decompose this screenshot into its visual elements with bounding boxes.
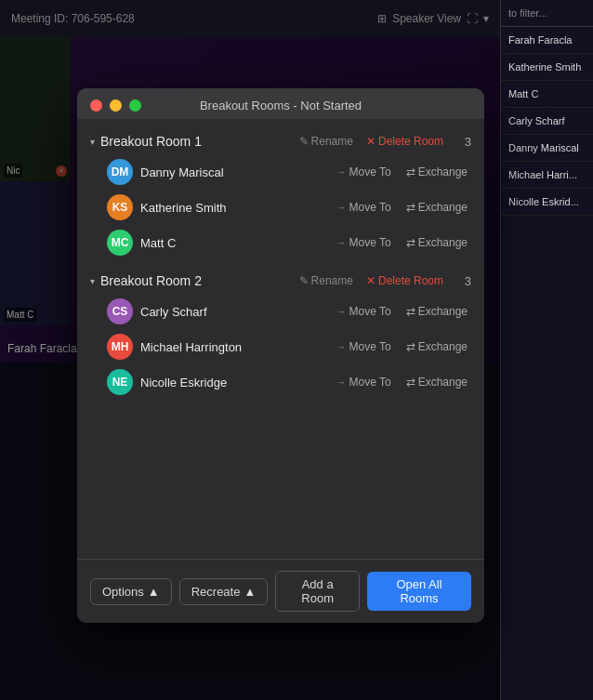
katherine-name: Katherine Smith	[140, 201, 324, 215]
options-btn[interactable]: Options ▲	[90, 578, 172, 605]
exchange-icon: ⇄	[406, 165, 415, 178]
participants-sidebar: to filter... Farah Faracla Katherine Smi…	[500, 0, 593, 700]
danny-exchange-btn[interactable]: ⇄ Exchange	[402, 164, 471, 180]
options-label: Options	[102, 585, 144, 599]
carly-move-label: Move To	[349, 305, 390, 318]
add-room-btn[interactable]: Add a Room	[275, 571, 360, 612]
modal-footer: Options ▲ Recreate ▲ Add a Room Open All…	[77, 559, 484, 623]
michael-move-label: Move To	[349, 340, 390, 353]
room2-name: Breakout Room 2	[100, 273, 294, 288]
room1-name: Breakout Room 1	[100, 134, 294, 149]
sidebar-participant-mattc: Matt C	[501, 81, 593, 108]
filter-placeholder: to filter...	[508, 7, 547, 19]
mattc-move-label: Move To	[349, 236, 390, 249]
nicolle-avatar: NE	[107, 369, 133, 395]
mattc-exchange-btn[interactable]: ⇄ Exchange	[402, 234, 471, 251]
carly-move-to-btn[interactable]: → Move To	[332, 303, 394, 320]
room1-delete-label: Delete Room	[378, 135, 443, 148]
recreate-btn[interactable]: Recreate ▲	[179, 578, 269, 605]
pencil-icon: ✎	[299, 274, 309, 287]
room2-rename-label: Rename	[311, 274, 353, 287]
exchange-icon: ⇄	[406, 305, 415, 318]
open-all-rooms-btn[interactable]: Open All Rooms	[367, 572, 471, 611]
danny-move-label: Move To	[349, 165, 390, 178]
danny-exchange-label: Exchange	[418, 165, 468, 178]
katherine-exchange-btn[interactable]: ⇄ Exchange	[402, 199, 471, 216]
room2-header: ▾ Breakout Room 2 ✎ Rename ✕ Delete Room…	[77, 266, 484, 294]
x-icon: ✕	[366, 274, 376, 287]
exchange-icon: ⇄	[406, 236, 415, 249]
carly-name: Carly Scharf	[140, 305, 324, 319]
recreate-label: Recreate	[191, 585, 241, 599]
sidebar-filter: to filter...	[501, 0, 593, 27]
mattc-avatar: MC	[107, 230, 133, 256]
x-icon: ✕	[366, 135, 376, 148]
move-to-icon: →	[336, 166, 346, 178]
move-to-icon: →	[336, 237, 346, 248]
pencil-icon: ✎	[299, 135, 309, 148]
nicolle-name: Nicolle Eskridge	[140, 376, 324, 390]
modal-body: ▾ Breakout Room 1 ✎ Rename ✕ Delete Room…	[77, 119, 484, 559]
add-room-label: Add a Room	[287, 577, 348, 605]
danny-avatar: DM	[107, 159, 133, 185]
katherine-move-to-btn[interactable]: → Move To	[332, 199, 394, 216]
move-to-icon: →	[336, 306, 346, 317]
mattc-move-to-btn[interactable]: → Move To	[332, 234, 394, 251]
room1-rename-label: Rename	[311, 135, 353, 148]
carly-exchange-btn[interactable]: ⇄ Exchange	[402, 303, 471, 320]
michael-move-to-btn[interactable]: → Move To	[332, 338, 394, 355]
breakout-rooms-modal: Breakout Rooms - Not Started ▾ Breakout …	[77, 88, 484, 623]
sidebar-participant-farah: Farah Faracla	[501, 27, 593, 54]
room2-count: 3	[456, 274, 471, 288]
danny-name: Danny Mariscal	[140, 165, 324, 179]
move-to-icon: →	[336, 202, 346, 213]
room1-count: 3	[456, 135, 471, 149]
chevron-up-icon2: ▲	[244, 585, 256, 599]
sidebar-participant-danny: Danny Mariscal	[501, 135, 593, 162]
participant-row-katherine: KS Katherine Smith → Move To ⇄ Exchange	[77, 190, 484, 225]
nicolle-exchange-btn[interactable]: ⇄ Exchange	[402, 374, 471, 390]
room2-delete-label: Delete Room	[378, 274, 443, 287]
participant-row-nicolle: NE Nicolle Eskridge → Move To ⇄ Exchange	[77, 364, 484, 400]
mattc-exchange-label: Exchange	[418, 236, 468, 249]
maximize-btn[interactable]	[129, 99, 141, 112]
nicolle-move-label: Move To	[349, 376, 390, 389]
minimize-btn[interactable]	[110, 99, 122, 112]
participant-row-danny: DM Danny Mariscal → Move To ⇄ Exchange	[77, 154, 484, 190]
nicolle-exchange-label: Exchange	[418, 376, 468, 389]
mattc-name: Matt C	[140, 236, 324, 250]
nicolle-move-to-btn[interactable]: → Move To	[332, 374, 394, 390]
room2-rename-btn[interactable]: ✎ Rename	[299, 274, 353, 287]
room1-header: ▾ Breakout Room 1 ✎ Rename ✕ Delete Room…	[77, 126, 484, 154]
exchange-icon: ⇄	[406, 340, 415, 353]
michael-exchange-label: Exchange	[418, 340, 468, 353]
sidebar-participant-nicolle: Nicolle Eskrid...	[501, 189, 593, 216]
michael-name: Michael Harrington	[140, 340, 324, 354]
sidebar-participant-carly: Carly Scharf	[501, 108, 593, 135]
room2-delete-btn[interactable]: ✕ Delete Room	[366, 274, 443, 287]
room2-arrow-icon: ▾	[90, 276, 95, 286]
room1-rename-btn[interactable]: ✎ Rename	[299, 135, 353, 148]
open-rooms-label: Open All Rooms	[396, 577, 441, 605]
move-to-icon: →	[336, 376, 346, 388]
modal-title: Breakout Rooms - Not Started	[200, 99, 362, 112]
participant-row-carly: CS Carly Scharf → Move To ⇄ Exchange	[77, 294, 484, 329]
katherine-exchange-label: Exchange	[418, 201, 468, 214]
danny-move-to-btn[interactable]: → Move To	[332, 164, 394, 180]
sidebar-participant-michael: Michael Harri...	[501, 162, 593, 189]
window-chrome: Breakout Rooms - Not Started	[77, 88, 484, 119]
chevron-up-icon: ▲	[148, 585, 160, 599]
participant-row-mattc: MC Matt C → Move To ⇄ Exchange	[77, 225, 484, 260]
participant-row-michael: MH Michael Harrington → Move To ⇄ Exchan…	[77, 329, 484, 364]
room1-arrow-icon: ▾	[90, 137, 95, 147]
katherine-move-label: Move To	[349, 201, 390, 214]
exchange-icon: ⇄	[406, 201, 415, 214]
carly-exchange-label: Exchange	[418, 305, 468, 318]
michael-exchange-btn[interactable]: ⇄ Exchange	[402, 338, 471, 355]
move-to-icon: →	[336, 341, 346, 352]
michael-avatar: MH	[107, 334, 133, 360]
exchange-icon: ⇄	[406, 376, 415, 389]
close-btn[interactable]	[90, 99, 102, 112]
carly-avatar: CS	[107, 298, 133, 324]
room1-delete-btn[interactable]: ✕ Delete Room	[366, 135, 443, 148]
